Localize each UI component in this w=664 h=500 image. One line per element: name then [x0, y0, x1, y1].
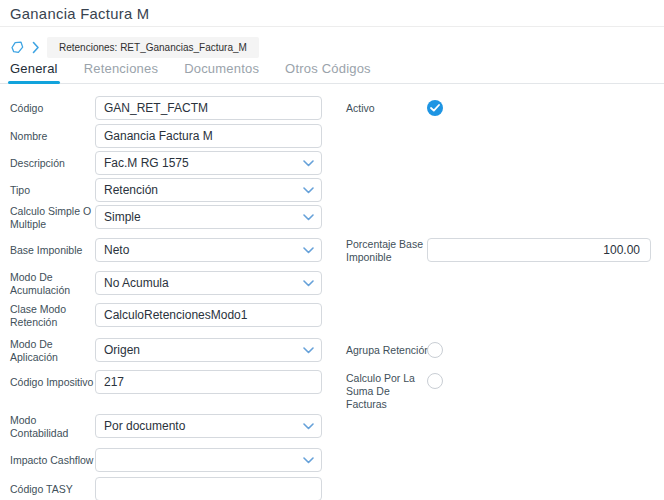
clase-modo-label: Clase Modo Retención: [10, 303, 94, 328]
porcentaje-base-input[interactable]: [427, 238, 651, 262]
form-row-codigo-impositivo: Código Impositivo Calculo Por La Suma De…: [10, 370, 443, 411]
tag-icon[interactable]: [10, 40, 25, 55]
codigo-impositivo-input[interactable]: [95, 370, 322, 394]
form-row-base-imponible: Base Imponible Porcentaje Base Imponible: [10, 238, 651, 264]
tipo-input[interactable]: [95, 178, 322, 202]
nombre-input[interactable]: [95, 124, 322, 148]
modo-contabilidad-label: Modo Contabilidad: [10, 414, 94, 439]
page-title: Ganancia Factura M: [10, 6, 149, 22]
modo-aplicacion-label: Modo De Aplicación: [10, 338, 94, 363]
form-row-calculo-simple: Calculo Simple O Multiple: [10, 205, 322, 230]
form-row-modo-acumulacion: Modo De Acumulación: [10, 271, 322, 296]
modo-aplicacion-input[interactable]: [95, 338, 322, 362]
codigo-input[interactable]: [95, 96, 322, 120]
porcentaje-base-label: Porcentaje Base Imponible: [346, 238, 427, 264]
calculo-simple-input[interactable]: [95, 205, 322, 229]
codigo-label: Código: [10, 96, 94, 120]
tab-retenciones[interactable]: Retenciones: [84, 59, 158, 83]
tab-documentos[interactable]: Documentos: [184, 59, 259, 83]
modo-acumulacion-select: [95, 271, 322, 295]
tab-otros-codigos[interactable]: Otros Códigos: [285, 59, 371, 83]
modo-acumulacion-input[interactable]: [95, 271, 322, 295]
modo-contabilidad-select: [95, 414, 322, 438]
nombre-label: Nombre: [10, 124, 94, 148]
base-imponible-input[interactable]: [95, 238, 322, 262]
form-row-descripcion: Descripción: [10, 151, 322, 175]
agrupa-retencion-label: Agrupa Retención: [346, 338, 427, 362]
calculo-simple-label: Calculo Simple O Multiple: [10, 205, 94, 230]
modo-acumulacion-label: Modo De Acumulación: [10, 271, 94, 296]
chevron-right-icon: [32, 41, 40, 54]
title-bar: Ganancia Factura M: [0, 0, 664, 27]
clase-modo-field: [95, 303, 322, 327]
porcentaje-base-field: [427, 238, 651, 262]
retenciones-detail-page: Ganancia Factura M Retenciones: RET_Gana…: [0, 0, 664, 500]
codigo-tasy-field: [95, 477, 322, 500]
tipo-label: Tipo: [10, 178, 94, 202]
codigo-field: [95, 96, 322, 120]
agrupa-retencion-checkbox[interactable]: [427, 342, 443, 358]
calculo-simple-select: [95, 205, 322, 229]
tab-bar: General Retenciones Documentos Otros Cód…: [0, 59, 664, 84]
form-row-impacto-cashflow: Impacto Cashflow: [10, 448, 322, 472]
base-imponible-label: Base Imponible: [10, 238, 94, 262]
impacto-cashflow-select: [95, 448, 322, 472]
codigo-impositivo-field: [95, 370, 322, 394]
check-icon: [430, 104, 440, 112]
clase-modo-input[interactable]: [95, 303, 322, 327]
activo-checkbox[interactable]: [427, 100, 443, 116]
modo-contabilidad-input[interactable]: [95, 414, 322, 438]
calculo-suma-label: Calculo Por La Suma De Facturas: [346, 370, 427, 411]
activo-label: Activo: [346, 96, 427, 120]
form-row-clase-modo: Clase Modo Retención: [10, 303, 322, 328]
form-row-modo-contabilidad: Modo Contabilidad: [10, 414, 322, 439]
impacto-cashflow-label: Impacto Cashflow: [10, 448, 94, 472]
nombre-field: [95, 124, 322, 148]
tab-general[interactable]: General: [10, 59, 58, 83]
codigo-impositivo-label: Código Impositivo: [10, 370, 94, 394]
breadcrumb-chip[interactable]: Retenciones: RET_Ganancias_Factura_M: [47, 37, 259, 58]
descripcion-label: Descripción: [10, 151, 94, 175]
form-row-codigo-tasy: Código TASY: [10, 477, 322, 500]
codigo-tasy-label: Código TASY: [10, 477, 94, 500]
base-imponible-select: [95, 238, 322, 262]
descripcion-input[interactable]: [95, 151, 322, 175]
codigo-tasy-input[interactable]: [95, 477, 322, 500]
tipo-select: [95, 178, 322, 202]
form-row-tipo: Tipo: [10, 178, 322, 202]
form-row-modo-aplicacion: Modo De Aplicación Agrupa Retención: [10, 338, 443, 363]
breadcrumb: Retenciones: RET_Ganancias_Factura_M: [10, 37, 259, 57]
form-row-codigo: Código Activo: [10, 96, 443, 120]
calculo-suma-checkbox[interactable]: [427, 373, 443, 389]
descripcion-select: [95, 151, 322, 175]
form-row-nombre: Nombre: [10, 124, 322, 148]
impacto-cashflow-input[interactable]: [95, 448, 322, 472]
modo-aplicacion-select: [95, 338, 322, 362]
